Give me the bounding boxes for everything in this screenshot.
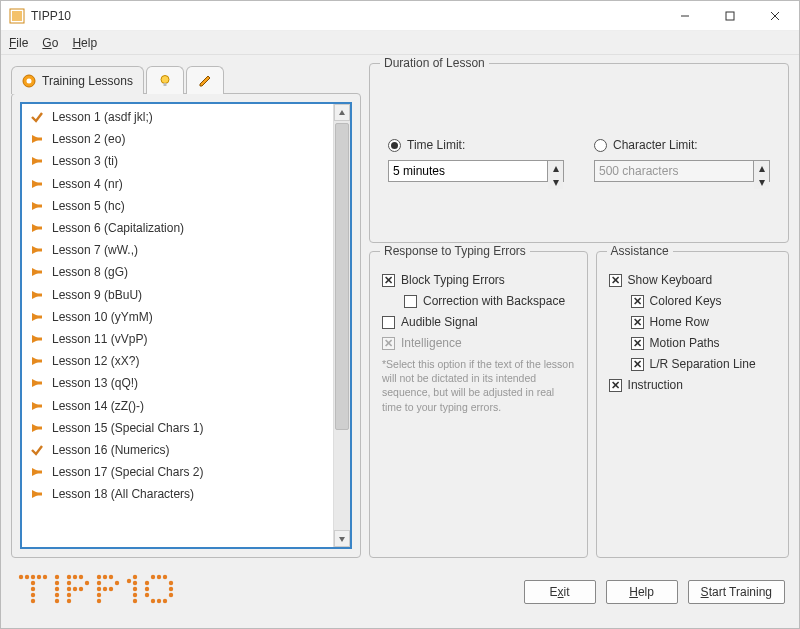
lesson-item-label: Lesson 6 (Capitalization) (52, 221, 184, 235)
assistance-title: Assistance (607, 244, 673, 258)
correction-row[interactable]: Correction with Backspace (404, 294, 575, 308)
menu-file[interactable]: File (9, 36, 28, 50)
char-limit-radio-row[interactable]: Character Limit: (594, 138, 770, 152)
block-errors-checkbox[interactable]: ✕ (382, 274, 395, 287)
home-row-label: Home Row (650, 315, 709, 329)
lesson-item[interactable]: Lesson 16 (Numerics) (22, 439, 333, 461)
motion-paths-row[interactable]: ✕ Motion Paths (631, 336, 776, 350)
svg-point-80 (133, 580, 137, 584)
time-down-button[interactable]: ▾ (548, 175, 563, 189)
scroll-track[interactable] (334, 121, 350, 530)
checkmark-icon (30, 443, 44, 457)
duration-group: Duration of Lesson Time Limit: ▴▾ (369, 63, 789, 243)
lesson-item-label: Lesson 10 (yYmM) (52, 310, 153, 324)
lesson-item[interactable]: Lesson 4 (nr) (22, 173, 333, 195)
start-training-button[interactable]: Start Training (688, 580, 785, 604)
time-limit-radio[interactable] (388, 139, 401, 152)
time-limit-spinner[interactable]: ▴▾ (388, 160, 564, 182)
colored-keys-checkbox[interactable]: ✕ (631, 295, 644, 308)
lesson-item-label: Lesson 1 (asdf jkl;) (52, 110, 153, 124)
tab-training-lessons[interactable]: Training Lessons (11, 66, 144, 94)
menu-go[interactable]: Go (42, 36, 58, 50)
lesson-item[interactable]: Lesson 3 (ti) (22, 150, 333, 172)
app-icon (9, 8, 25, 24)
char-limit-spinner: ▴▾ (594, 160, 770, 182)
svg-point-64 (73, 574, 77, 578)
show-keyboard-checkbox[interactable]: ✕ (609, 274, 622, 287)
home-row-checkbox[interactable]: ✕ (631, 316, 644, 329)
scrollbar[interactable] (333, 104, 350, 547)
lesson-item[interactable]: Lesson 5 (hc) (22, 195, 333, 217)
separation-line-row[interactable]: ✕ L/R Separation Line (631, 357, 776, 371)
right-panel: Duration of Lesson Time Limit: ▴▾ (369, 63, 789, 558)
menu-help[interactable]: Help (72, 36, 97, 50)
lesson-item[interactable]: Lesson 18 (All Characters) (22, 483, 333, 505)
left-panel: Training Lessons Lesson 1 (asdf jkl;)Les… (11, 63, 361, 558)
lesson-item[interactable]: Lesson 15 (Special Chars 1) (22, 417, 333, 439)
lesson-item[interactable]: Lesson 2 (eo) (22, 128, 333, 150)
maximize-button[interactable] (707, 2, 752, 30)
time-limit-input[interactable] (388, 160, 547, 182)
help-button[interactable]: Help (606, 580, 678, 604)
exit-button[interactable]: Exit (524, 580, 596, 604)
lesson-item[interactable]: Lesson 11 (vVpP) (22, 328, 333, 350)
time-up-button[interactable]: ▴ (548, 161, 563, 175)
separation-line-checkbox[interactable]: ✕ (631, 358, 644, 371)
arrow-right-icon (30, 376, 44, 390)
colored-keys-row[interactable]: ✕ Colored Keys (631, 294, 776, 308)
svg-point-76 (115, 580, 119, 584)
time-limit-radio-row[interactable]: Time Limit: (388, 138, 564, 152)
lesson-item[interactable]: Lesson 1 (asdf jkl;) (22, 106, 333, 128)
bottom-bar: Exit Help Start Training (1, 562, 799, 628)
audible-checkbox[interactable] (382, 316, 395, 329)
scroll-up-button[interactable] (334, 104, 350, 121)
home-row-row[interactable]: ✕ Home Row (631, 315, 776, 329)
motion-paths-checkbox[interactable]: ✕ (631, 337, 644, 350)
minimize-button[interactable] (662, 2, 707, 30)
show-keyboard-row[interactable]: ✕ Show Keyboard (609, 273, 776, 287)
intelligence-checkbox: ✕ (382, 337, 395, 350)
tabbar: Training Lessons (11, 63, 361, 93)
scroll-thumb[interactable] (335, 123, 349, 430)
lesson-item[interactable]: Lesson 13 (qQ!) (22, 372, 333, 394)
tab-ideas[interactable] (146, 66, 184, 94)
lesson-item-label: Lesson 8 (gG) (52, 265, 128, 279)
intelligence-label: Intelligence (401, 336, 462, 350)
svg-point-50 (31, 580, 35, 584)
close-button[interactable] (752, 2, 797, 30)
svg-point-87 (163, 574, 167, 578)
arrow-right-icon (30, 265, 44, 279)
lesson-item[interactable]: Lesson 14 (zZ()-) (22, 394, 333, 416)
arrow-right-icon (30, 465, 44, 479)
svg-point-83 (133, 598, 137, 602)
svg-point-63 (67, 598, 71, 602)
lesson-item[interactable]: Lesson 7 (wW.,) (22, 239, 333, 261)
instruction-row[interactable]: ✕ Instruction (609, 378, 776, 392)
block-errors-row[interactable]: ✕ Block Typing Errors (382, 273, 575, 287)
char-limit-radio[interactable] (594, 139, 607, 152)
lesson-item-label: Lesson 13 (qQ!) (52, 376, 138, 390)
correction-checkbox[interactable] (404, 295, 417, 308)
tab-edit[interactable] (186, 66, 224, 94)
svg-point-68 (73, 586, 77, 590)
audible-row[interactable]: Audible Signal (382, 315, 575, 329)
lesson-item[interactable]: Lesson 12 (xX?) (22, 350, 333, 372)
lesson-item[interactable]: Lesson 8 (gG) (22, 261, 333, 283)
lesson-item-label: Lesson 18 (All Characters) (52, 487, 194, 501)
lesson-item[interactable]: Lesson 10 (yYmM) (22, 306, 333, 328)
svg-point-77 (109, 586, 113, 590)
svg-point-8 (161, 75, 169, 83)
scroll-down-button[interactable] (334, 530, 350, 547)
svg-point-57 (55, 592, 59, 596)
svg-point-55 (55, 580, 59, 584)
lesson-item[interactable]: Lesson 9 (bBuU) (22, 284, 333, 306)
instruction-checkbox[interactable]: ✕ (609, 379, 622, 392)
char-down-button: ▾ (754, 175, 769, 189)
svg-point-69 (97, 574, 101, 578)
lesson-item[interactable]: Lesson 17 (Special Chars 2) (22, 461, 333, 483)
svg-point-71 (97, 586, 101, 590)
svg-point-65 (79, 574, 83, 578)
lesson-item[interactable]: Lesson 6 (Capitalization) (22, 217, 333, 239)
arrow-right-icon (30, 288, 44, 302)
arrow-right-icon (30, 154, 44, 168)
